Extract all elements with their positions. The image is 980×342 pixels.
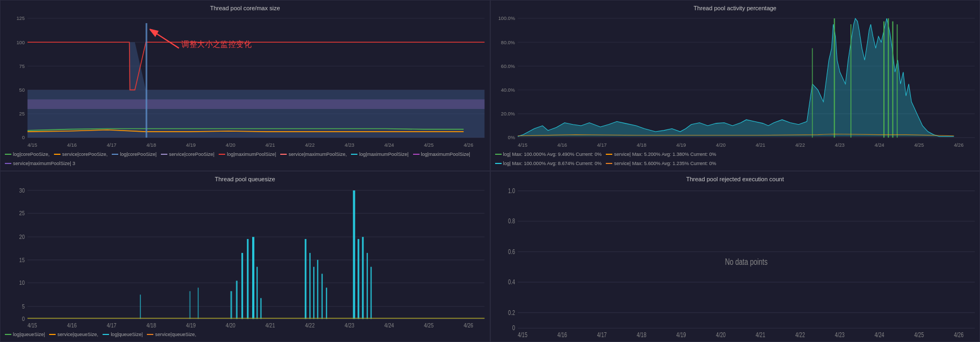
svg-text:4/19: 4/19 xyxy=(186,141,196,147)
svg-text:4/16: 4/16 xyxy=(67,141,77,147)
svg-text:20: 20 xyxy=(19,234,25,240)
svg-text:4/26: 4/26 xyxy=(954,141,963,147)
svg-text:25: 25 xyxy=(19,111,25,117)
svg-text:100.0%: 100.0% xyxy=(498,15,515,21)
svg-text:4/25: 4/25 xyxy=(914,141,924,147)
svg-text:100: 100 xyxy=(16,39,24,45)
chart-queue: 30 25 20 15 10 5 0 4/15 4/16 4/17 4/18 4… xyxy=(3,183,488,330)
svg-text:0%: 0% xyxy=(508,134,515,140)
svg-text:4/16: 4/16 xyxy=(557,141,567,147)
svg-text:4/17: 4/17 xyxy=(597,141,606,147)
svg-text:10: 10 xyxy=(19,279,25,286)
chart-svg-activity: 100.0% 80.0% 60.0% 40.0% 20.0% 0% 4/15 4… xyxy=(493,12,978,149)
svg-line-27 xyxy=(151,30,179,48)
chart-activity: 100.0% 80.0% 60.0% 40.0% 20.0% 0% 4/15 4… xyxy=(493,12,978,149)
svg-text:4/19: 4/19 xyxy=(676,331,686,339)
panel-title-rejected: Thread pool rejected execution count xyxy=(493,174,978,183)
dashboard: Thread pool core/max size 125 100 75 50 … xyxy=(0,0,980,342)
legend-core-max: log|corePooSize, service|corePooSize, lo… xyxy=(3,149,488,168)
svg-text:30: 30 xyxy=(19,187,25,194)
svg-marker-53 xyxy=(517,18,975,136)
svg-text:4/25: 4/25 xyxy=(424,322,434,329)
svg-text:4/24: 4/24 xyxy=(874,331,884,339)
chart-svg-queue: 30 25 20 15 10 5 0 4/15 4/16 4/17 4/18 4… xyxy=(3,183,488,330)
svg-text:4/18: 4/18 xyxy=(637,141,646,147)
svg-text:4/21: 4/21 xyxy=(265,322,275,329)
svg-text:0: 0 xyxy=(22,316,25,322)
svg-text:4/15: 4/15 xyxy=(517,141,527,147)
panel-activity-pct: Thread pool activity percentage 100.0% 8… xyxy=(490,0,981,171)
svg-text:4/17: 4/17 xyxy=(107,322,117,329)
svg-text:4/18: 4/18 xyxy=(146,322,156,329)
chart-rejected: 1.0 0.8 0.6 0.4 0.2 0 4/15 4/16 4/17 4/1… xyxy=(493,183,978,339)
svg-text:25: 25 xyxy=(19,210,25,216)
panel-title-core-max: Thread pool core/max size xyxy=(3,3,488,12)
svg-text:75: 75 xyxy=(19,63,25,69)
svg-text:4/17: 4/17 xyxy=(107,141,117,147)
svg-text:4/21: 4/21 xyxy=(755,141,765,147)
svg-text:4/24: 4/24 xyxy=(384,322,394,329)
svg-marker-24 xyxy=(28,42,485,138)
svg-text:4/22: 4/22 xyxy=(305,322,315,329)
svg-text:50: 50 xyxy=(19,87,25,93)
no-data-label: No data points xyxy=(725,257,767,267)
svg-text:4/17: 4/17 xyxy=(597,331,606,339)
svg-text:0.2: 0.2 xyxy=(508,309,515,316)
svg-text:125: 125 xyxy=(16,15,24,21)
svg-text:0: 0 xyxy=(22,134,25,140)
svg-text:15: 15 xyxy=(19,257,25,263)
svg-text:4/22: 4/22 xyxy=(795,141,805,147)
svg-text:5: 5 xyxy=(22,303,25,310)
svg-text:4/23: 4/23 xyxy=(835,331,844,339)
svg-text:60.0%: 60.0% xyxy=(501,63,515,69)
chart-core-max: 125 100 75 50 25 0 4/15 4/16 4/17 4/18 4… xyxy=(3,12,488,149)
panel-queuesize: Thread pool queuesize 30 25 20 15 10 5 0 xyxy=(0,171,490,342)
svg-text:4/20: 4/20 xyxy=(716,331,726,339)
svg-text:4/26: 4/26 xyxy=(464,141,474,147)
svg-text:20.0%: 20.0% xyxy=(501,111,515,117)
legend-queue: log|queueSize| service|queueSize, log|qu… xyxy=(3,330,488,339)
svg-text:4/22: 4/22 xyxy=(795,331,805,339)
svg-text:4/25: 4/25 xyxy=(914,331,924,339)
svg-text:4/23: 4/23 xyxy=(344,322,354,329)
svg-text:40.0%: 40.0% xyxy=(501,87,515,93)
chart-svg-core-max: 125 100 75 50 25 0 4/15 4/16 4/17 4/18 4… xyxy=(3,12,488,149)
svg-text:80.0%: 80.0% xyxy=(501,39,515,45)
svg-text:4/20: 4/20 xyxy=(226,322,235,329)
svg-text:4/21: 4/21 xyxy=(265,141,275,147)
svg-text:0: 0 xyxy=(512,324,515,332)
svg-text:4/15: 4/15 xyxy=(517,331,527,339)
svg-text:4/21: 4/21 xyxy=(755,331,765,339)
svg-text:4/20: 4/20 xyxy=(226,141,235,147)
svg-text:1.0: 1.0 xyxy=(508,187,515,195)
svg-text:4/16: 4/16 xyxy=(557,331,567,339)
svg-text:4/25: 4/25 xyxy=(424,141,434,147)
svg-text:4/19: 4/19 xyxy=(186,322,196,329)
svg-text:0.8: 0.8 xyxy=(508,217,515,225)
svg-text:4/18: 4/18 xyxy=(637,331,646,339)
legend-activity: log| Max: 100.000% Avg: 9.490% Current: … xyxy=(493,149,978,168)
svg-text:4/15: 4/15 xyxy=(28,322,37,329)
svg-text:4/26: 4/26 xyxy=(464,322,474,329)
svg-text:4/23: 4/23 xyxy=(835,141,844,147)
svg-text:4/23: 4/23 xyxy=(344,141,354,147)
svg-text:4/26: 4/26 xyxy=(954,331,963,339)
svg-text:调整大小之监控变化: 调整大小之监控变化 xyxy=(181,40,251,49)
chart-svg-rejected: 1.0 0.8 0.6 0.4 0.2 0 4/15 4/16 4/17 4/1… xyxy=(493,183,978,339)
svg-text:4/15: 4/15 xyxy=(28,141,37,147)
panel-rejected: Thread pool rejected execution count 1.0… xyxy=(490,171,981,342)
svg-text:0.6: 0.6 xyxy=(508,248,515,255)
svg-marker-25 xyxy=(28,99,485,109)
svg-text:4/16: 4/16 xyxy=(67,322,77,329)
svg-text:4/20: 4/20 xyxy=(716,141,726,147)
panel-title-queue: Thread pool queuesize xyxy=(3,174,488,183)
svg-text:0.4: 0.4 xyxy=(508,278,515,286)
svg-text:4/18: 4/18 xyxy=(146,141,156,147)
svg-text:4/22: 4/22 xyxy=(305,141,315,147)
svg-text:4/19: 4/19 xyxy=(676,141,686,147)
svg-text:4/24: 4/24 xyxy=(874,141,884,147)
panel-core-max-size: Thread pool core/max size 125 100 75 50 … xyxy=(0,0,490,171)
svg-text:4/24: 4/24 xyxy=(384,141,395,147)
panel-title-activity: Thread pool activity percentage xyxy=(493,3,978,12)
